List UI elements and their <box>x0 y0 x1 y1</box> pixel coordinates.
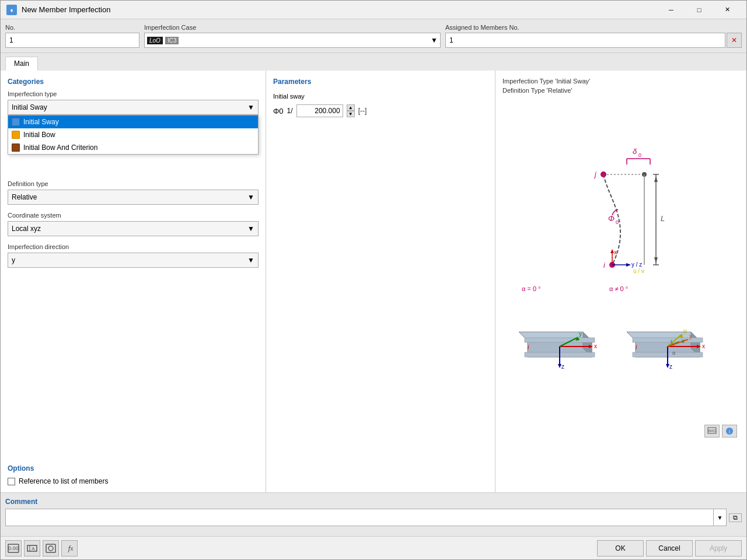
svg-rect-49 <box>633 338 703 342</box>
chevron-down-icon3: ▼ <box>247 225 254 233</box>
close-button[interactable]: ✕ <box>714 1 741 19</box>
svg-text:x: x <box>614 249 617 256</box>
initial-bow-icon <box>12 131 20 139</box>
diagram-icon-row: IMG i <box>702 422 739 440</box>
imperfection-direction-label: Imperfection direction <box>8 243 259 250</box>
option-initial-bow-criterion[interactable]: Initial Bow And Criterion <box>8 141 258 154</box>
svg-text:v: v <box>682 338 685 344</box>
svg-text:y: y <box>689 333 692 340</box>
svg-text:j: j <box>594 170 596 178</box>
status-icon-2[interactable]: A <box>24 540 40 556</box>
imperfection-select[interactable]: LoO IC3 ▼ <box>144 33 441 48</box>
no-field: No. 1 <box>5 24 139 48</box>
right-panel: Imperfection Type 'Initial Sway' Definit… <box>495 71 746 492</box>
params-title: Parameters <box>273 78 488 86</box>
svg-rect-75 <box>46 544 55 552</box>
comment-left: Comment ▼ ⧉ <box>5 498 742 526</box>
badge1: LoO <box>147 37 163 44</box>
fraction-label: 1/ <box>287 107 293 115</box>
unit-label: [--] <box>358 107 367 115</box>
middle-panel: Parameters Initial sway Φ0 1/ ▲ ▼ [--] <box>266 71 495 492</box>
definition-type-label: Definition type <box>8 180 259 187</box>
spin-down-button[interactable]: ▼ <box>347 111 355 117</box>
svg-text:α: α <box>672 350 675 356</box>
svg-text:0: 0 <box>638 152 641 158</box>
imperfection-type-label: Imperfection type <box>8 90 259 97</box>
options-title: Options <box>8 464 259 473</box>
assigned-field: Assigned to Members No. 1 ✕ <box>445 24 742 48</box>
maximize-button[interactable]: □ <box>686 1 713 19</box>
comment-input-wrapper: ▼ <box>5 509 727 526</box>
status-bar: 0.00 A ƒx OK Cancel Apply <box>1 536 746 559</box>
comment-dropdown-btn[interactable]: ▼ <box>713 509 726 526</box>
imperfection-label: Imperfection Case <box>144 24 441 31</box>
definition-type-value: Relative <box>12 193 37 201</box>
no-label: No. <box>5 24 139 31</box>
svg-text:♦: ♦ <box>10 7 13 13</box>
option-initial-sway[interactable]: Initial Sway <box>8 116 258 128</box>
option-initial-sway-label: Initial Sway <box>23 118 59 126</box>
content-area: Categories Imperfection type Initial Swa… <box>1 71 746 492</box>
definition-type-dropdown[interactable]: Relative ▼ <box>8 190 259 205</box>
status-icon-3[interactable] <box>43 540 59 556</box>
comment-label: Comment <box>5 498 742 506</box>
assigned-clear-button[interactable]: ✕ <box>727 33 742 48</box>
imperfection-input-row: LoO IC3 ▼ <box>144 33 441 48</box>
svg-point-76 <box>48 546 53 551</box>
tab-bar: Main <box>1 53 746 71</box>
assigned-input[interactable]: 1 <box>445 33 725 48</box>
coordinate-system-group: Coordinate system Local xyz ▼ <box>8 212 259 236</box>
definition-type-group: Definition type Relative ▼ <box>8 180 259 205</box>
info-line1: Imperfection Type 'Initial Sway' <box>502 78 739 85</box>
reference-checkbox-row[interactable]: Reference to list of members <box>8 477 259 485</box>
status-icon-1[interactable]: 0.00 <box>5 540 22 556</box>
reference-checkbox[interactable] <box>8 478 15 485</box>
diagram-icon-btn1[interactable]: IMG <box>704 425 720 438</box>
svg-text:z: z <box>669 363 672 370</box>
minimize-button[interactable]: ─ <box>658 1 685 19</box>
status-icon-4[interactable]: ƒx <box>61 540 78 556</box>
assigned-row: 1 ✕ <box>445 33 742 48</box>
comment-input[interactable] <box>6 509 713 526</box>
cancel-button[interactable]: Cancel <box>646 540 693 556</box>
svg-marker-26 <box>626 263 631 267</box>
left-panel: Categories Imperfection type Initial Swa… <box>1 71 266 492</box>
initial-sway-icon <box>12 118 20 126</box>
coordinate-system-label: Coordinate system <box>8 212 259 219</box>
window-title: New Member Imperfection <box>22 5 658 14</box>
svg-text:IMG: IMG <box>708 429 715 433</box>
imperfection-type-group: Imperfection type Initial Sway ▼ Initial… <box>8 90 259 115</box>
no-input[interactable]: 1 <box>5 33 139 48</box>
coordinate-system-dropdown[interactable]: Local xyz ▼ <box>8 221 259 236</box>
svg-text:i: i <box>729 429 730 435</box>
svg-text:0: 0 <box>616 219 619 225</box>
svg-text:y / z: y / z <box>631 261 642 268</box>
option-initial-bow[interactable]: Initial Bow <box>8 128 258 141</box>
ok-button[interactable]: OK <box>597 540 644 556</box>
svg-marker-18 <box>654 176 658 182</box>
diagram-icon-btn2[interactable]: i <box>722 425 737 438</box>
categories-title: Categories <box>8 78 259 86</box>
window-controls: ─ □ ✕ <box>658 1 741 19</box>
svg-text:z: z <box>561 363 564 370</box>
definition-type-wrapper: Relative ▼ <box>8 190 259 205</box>
svg-text:x: x <box>71 545 74 552</box>
tab-main[interactable]: Main <box>5 57 38 71</box>
imperfection-type-dropdown[interactable]: Initial Sway ▼ <box>8 100 259 115</box>
spin-up-button[interactable]: ▲ <box>347 104 355 111</box>
coordinate-system-value: Local xyz <box>12 225 41 233</box>
comment-section: Comment ▼ ⧉ <box>1 492 746 536</box>
imperfection-direction-group: Imperfection direction y ▼ <box>8 243 259 268</box>
reference-checkbox-label: Reference to list of members <box>19 477 108 485</box>
phi-label: Φ0 <box>273 107 284 116</box>
apply-button[interactable]: Apply <box>695 540 742 556</box>
imperfection-direction-wrapper: y ▼ <box>8 253 259 268</box>
imperfection-type-options: Initial Sway Initial Bow Initial Bow And… <box>8 115 259 155</box>
imperfection-direction-dropdown[interactable]: y ▼ <box>8 253 259 268</box>
sway-diagram: δ 0 j <box>510 142 732 317</box>
value-input[interactable] <box>296 104 343 117</box>
comment-copy-button[interactable]: ⧉ <box>729 513 742 522</box>
svg-text:α = 0 °: α = 0 ° <box>522 285 540 292</box>
svg-text:α ≠ 0 °: α ≠ 0 ° <box>609 285 628 292</box>
badge2: IC3 <box>165 37 179 44</box>
